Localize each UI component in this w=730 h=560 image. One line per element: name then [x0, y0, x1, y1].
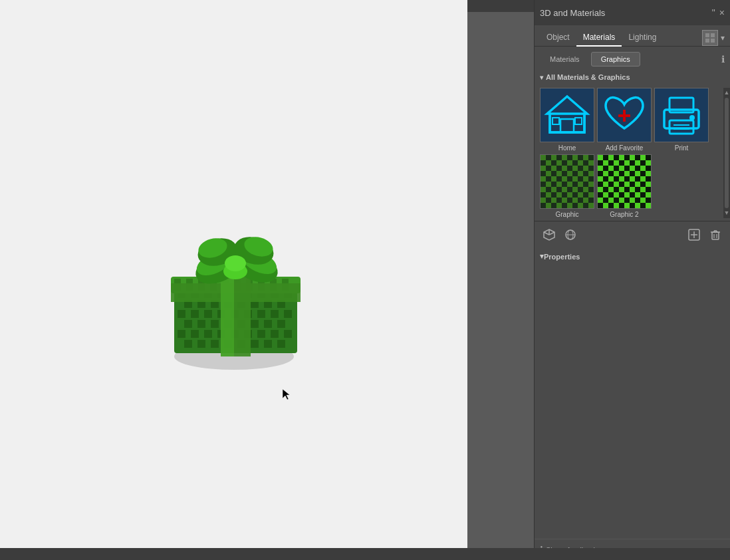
- svg-rect-149: [541, 198, 546, 203]
- graphics-grid: Home Add Favorite: [540, 88, 721, 218]
- svg-rect-189: [646, 182, 651, 187]
- svg-rect-184: [640, 176, 646, 182]
- svg-rect-91: [711, 39, 715, 43]
- graphic-thumb-graphic2: [597, 154, 652, 209]
- properties-section: ▾ Properties: [535, 248, 730, 539]
- sub-tab-materials[interactable]: Materials: [540, 52, 590, 67]
- main-tabs: Object Materials Lighting ▾: [535, 25, 730, 47]
- svg-rect-180: [598, 176, 603, 182]
- svg-rect-145: [556, 192, 562, 198]
- dropdown-arrow[interactable]: ▾: [721, 33, 725, 43]
- svg-rect-164: [640, 155, 646, 160]
- svg-rect-131: [562, 176, 567, 182]
- section-title: All Materials & Graphics: [546, 73, 630, 81]
- svg-rect-143: [583, 187, 588, 192]
- svg-rect-187: [624, 182, 630, 187]
- info-button[interactable]: ℹ: [721, 54, 725, 65]
- canvas-area: [0, 0, 467, 560]
- add-favorite-svg: [598, 88, 651, 142]
- sub-tab-graphics[interactable]: Graphics: [591, 52, 640, 67]
- close-button[interactable]: ×: [719, 8, 725, 17]
- graphic-item-home[interactable]: Home: [540, 88, 594, 152]
- svg-rect-150: [551, 198, 556, 203]
- graphic-item-add-favorite[interactable]: Add Favorite: [597, 88, 652, 152]
- svg-rect-139: [541, 187, 546, 192]
- svg-rect-26: [271, 310, 279, 318]
- print-svg: [655, 88, 708, 142]
- graphic-thumb-add-favorite: [597, 88, 652, 142]
- svg-rect-130: [551, 176, 556, 182]
- svg-rect-35: [277, 320, 285, 328]
- scroll-up-arrow[interactable]: ▲: [724, 89, 730, 96]
- svg-rect-198: [635, 192, 640, 198]
- tab-object[interactable]: Object: [540, 29, 576, 47]
- svg-rect-166: [614, 160, 619, 166]
- svg-rect-183: [630, 176, 635, 182]
- graphic-item-graphic[interactable]: Graphic: [540, 154, 594, 218]
- svg-rect-135: [556, 182, 562, 187]
- svg-rect-185: [603, 182, 608, 187]
- graphic-label-graphic: Graphic: [555, 211, 578, 218]
- svg-rect-126: [567, 171, 572, 176]
- properties-header[interactable]: ▾ Properties: [540, 248, 725, 265]
- gift-box-canvas: [134, 180, 334, 380]
- svg-rect-201: [608, 198, 614, 203]
- svg-rect-52: [277, 340, 285, 348]
- section-all-materials[interactable]: ▾ All Materials & Graphics: [535, 69, 730, 85]
- svg-rect-37: [191, 330, 199, 338]
- svg-rect-124: [546, 171, 551, 176]
- svg-rect-208: [635, 203, 640, 208]
- svg-rect-203: [630, 198, 635, 203]
- svg-rect-110: [551, 155, 556, 160]
- svg-rect-167: [624, 160, 630, 166]
- graphic-label-add-favorite: Add Favorite: [606, 144, 644, 152]
- svg-rect-162: [619, 155, 624, 160]
- svg-rect-170: [598, 166, 603, 171]
- graphic-thumb-print: [654, 88, 709, 142]
- scroll-down-arrow[interactable]: ▼: [724, 210, 730, 217]
- svg-rect-42: [257, 330, 265, 338]
- graphic-item-graphic2[interactable]: Graphic 2: [597, 154, 652, 218]
- svg-rect-171: [608, 166, 614, 171]
- svg-rect-153: [583, 198, 588, 203]
- svg-rect-175: [603, 171, 608, 176]
- svg-rect-132: [572, 176, 578, 182]
- svg-rect-207: [624, 203, 630, 208]
- sub-tabs: Materials Graphics ℹ: [535, 47, 730, 69]
- svg-point-86: [225, 255, 246, 271]
- grid-scrollbar[interactable]: ▲ ▼: [723, 88, 730, 218]
- graphic-item-print[interactable]: Print: [654, 88, 709, 152]
- svg-rect-199: [646, 192, 651, 198]
- svg-rect-134: [546, 182, 551, 187]
- svg-rect-51: [264, 340, 272, 348]
- bottom-toolbar: [535, 221, 730, 248]
- svg-rect-75: [171, 283, 301, 302]
- 3d-object-tool-button[interactable]: [540, 225, 558, 244]
- svg-rect-173: [630, 166, 635, 171]
- svg-rect-179: [646, 171, 651, 176]
- svg-rect-21: [204, 310, 212, 318]
- svg-point-107: [689, 115, 695, 120]
- svg-rect-33: [251, 320, 259, 328]
- collapse-button[interactable]: ": [712, 8, 715, 17]
- svg-rect-27: [284, 310, 292, 318]
- delete-graphic-button[interactable]: [706, 225, 725, 244]
- scroll-track: [725, 98, 729, 208]
- panel-3d-materials: 3D and Materials " × Object Materials Li…: [534, 0, 730, 560]
- svg-rect-138: [588, 182, 594, 187]
- svg-rect-121: [562, 166, 567, 171]
- svg-rect-114: [546, 160, 551, 166]
- material-tool-button[interactable]: [561, 225, 580, 244]
- thumbnail-preview[interactable]: [702, 30, 718, 46]
- svg-rect-50: [251, 340, 259, 348]
- svg-rect-117: [578, 160, 583, 166]
- add-graphic-button[interactable]: [685, 225, 703, 244]
- tab-materials[interactable]: Materials: [576, 29, 622, 47]
- svg-rect-186: [614, 182, 619, 187]
- svg-rect-161: [608, 155, 614, 160]
- svg-rect-123: [583, 166, 588, 171]
- graphic-thumb-home: [540, 88, 594, 142]
- svg-rect-137: [578, 182, 583, 187]
- tab-lighting[interactable]: Lighting: [622, 29, 663, 47]
- svg-rect-136: [567, 182, 572, 187]
